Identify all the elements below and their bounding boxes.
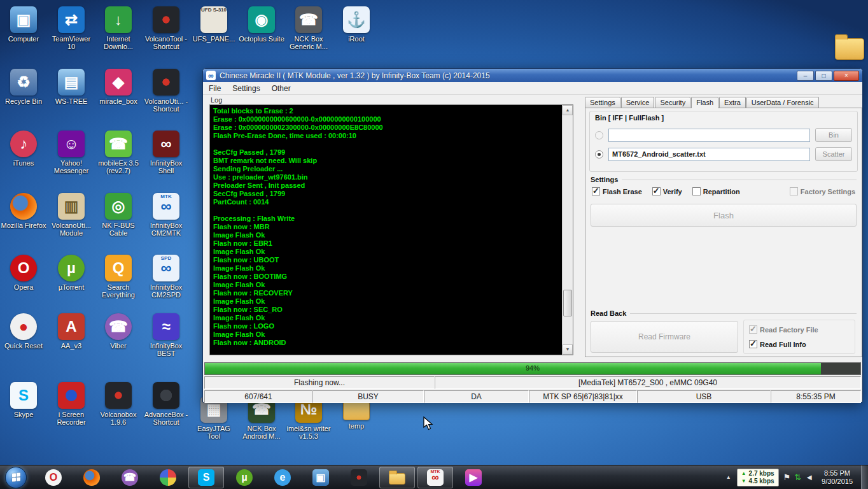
- checkbox-repartition[interactable]: Repartition: [692, 187, 740, 195]
- flash-button[interactable]: Flash: [591, 204, 857, 227]
- network-activity-icon[interactable]: ⇅: [794, 473, 801, 481]
- menu-other[interactable]: Other: [266, 83, 297, 94]
- desktop-icon-infinitybox-cm2mtk[interactable]: ∞MTKInfinityBox CM2MTK: [143, 193, 189, 237]
- menu-settings[interactable]: Settings: [227, 83, 265, 94]
- desktop-icon-infinitybox-best[interactable]: ≈InfinityBox BEST: [143, 313, 189, 357]
- tab-service[interactable]: Service: [621, 97, 655, 108]
- quick-reset-icon: ●: [10, 313, 37, 340]
- menu-file[interactable]: File: [203, 83, 227, 94]
- taskbar-internet-explorer[interactable]: e: [265, 467, 300, 488]
- tab-flash[interactable]: Flash: [691, 97, 718, 108]
- bin-radio-1[interactable]: [595, 150, 603, 159]
- log-line: SecCfg Passed , 1799: [213, 190, 559, 198]
- tray-expand-chevron-icon[interactable]: ▲: [725, 474, 732, 480]
- taskbar-opera[interactable]: O: [36, 467, 71, 488]
- network-speed-widget[interactable]: ▲ 2.7 kbps ▼ 4.5 kbps: [737, 469, 779, 486]
- desktop-icon-nk-fbus-cable[interactable]: ◎NK F-BUS Cable: [95, 193, 141, 237]
- desktop-icon-opera[interactable]: OOpera: [1, 255, 46, 291]
- skype-icon: S: [10, 382, 37, 409]
- desktop-icon-itunes[interactable]: ♪iTunes: [1, 131, 46, 167]
- taskbar-utorrent[interactable]: µ: [227, 467, 262, 488]
- desktop-folder-shortcut[interactable]: [835, 33, 864, 60]
- status-bar-upper: Flashing now...[MediaTek] MT6572_S00 , e…: [204, 376, 861, 389]
- bin-input-0[interactable]: [608, 129, 810, 142]
- desktop-icon-iroot[interactable]: ⚓iRoot: [333, 6, 379, 43]
- show-desktop-button[interactable]: [861, 465, 868, 489]
- desktop-icon-ws-tree[interactable]: ▤WS-TREE: [48, 69, 94, 105]
- close-button[interactable]: ×: [834, 71, 859, 81]
- taskbar-volcano-tool[interactable]: [341, 467, 377, 488]
- desktop-icon-i-screen-recorder[interactable]: i Screen Recorder: [48, 382, 94, 426]
- read-firmware-button[interactable]: Read Firmware: [591, 321, 738, 353]
- bin-button[interactable]: Bin: [815, 128, 852, 142]
- bin-radio-0[interactable]: [595, 131, 603, 139]
- desktop-icon-infinitybox-shell[interactable]: ∞InfinityBox Shell: [143, 131, 189, 174]
- log-line: Flash Pre-Erase Done, time used : 00:00:…: [213, 132, 559, 140]
- checkbox-read-full-info[interactable]: Read Full Info: [749, 340, 850, 348]
- log-output[interactable]: Total blocks to Erase : 2Erase : 0x00000…: [210, 105, 562, 355]
- log-line: Erase : 0x0000000000600000-0x00000000001…: [213, 115, 559, 124]
- desktop-icon-utorrent[interactable]: µµTorrent: [48, 255, 94, 291]
- taskbar-photo-viewer[interactable]: [150, 467, 186, 488]
- desktop-icon-skype[interactable]: SSkype: [1, 382, 46, 418]
- status-cell-2-0: 607/641: [204, 390, 312, 403]
- scroll-thumb[interactable]: [563, 290, 572, 316]
- tab-extra[interactable]: Extra: [719, 97, 746, 108]
- desktop-icon-ufd-s310-ufs-panel[interactable]: UFD S-310UFS_PANE...: [191, 6, 237, 43]
- start-button[interactable]: [5, 467, 27, 488]
- bin-input-1[interactable]: MT6572_Android_scatter.txt: [608, 148, 810, 161]
- desktop-icon-mobileex[interactable]: ☎mobileEx 3.5 (rev2.7): [95, 131, 141, 174]
- infinitybox-best-icon: ≈: [153, 313, 179, 340]
- desktop-icon-infinitybox-cm2spd[interactable]: ∞SPDInfinityBox CM2SPD: [143, 255, 189, 299]
- desktop-icon-mozilla-firefox[interactable]: Mozilla Firefox: [1, 193, 46, 229]
- volume-icon[interactable]: ◄: [805, 473, 813, 481]
- checkbox-factory-settings[interactable]: Factory Settings: [790, 187, 855, 195]
- checkbox-read-factory-file[interactable]: Read Factory File: [749, 325, 850, 334]
- log-line: [213, 206, 559, 215]
- desktop-icon-aa-v3[interactable]: AAA_v3: [48, 313, 94, 350]
- maximize-button[interactable]: □: [815, 71, 832, 81]
- log-line: Flash now : BOOTIMG: [213, 273, 559, 281]
- desktop-icon-search-everything[interactable]: QSearch Everything: [95, 255, 141, 299]
- flag-icon[interactable]: ⚑: [783, 473, 791, 481]
- taskbar-skype[interactable]: S: [188, 467, 224, 488]
- desktop-icon-quick-reset[interactable]: ●Quick Reset: [1, 313, 46, 350]
- desktop-icon-viber[interactable]: ☎Viber: [95, 313, 141, 350]
- taskbar-computer[interactable]: ▣: [303, 467, 339, 488]
- taskbar-cm2-mtk[interactable]: ∞MTK: [417, 467, 453, 488]
- minimize-button[interactable]: –: [797, 71, 814, 81]
- checkbox-verify[interactable]: Verify: [652, 187, 682, 195]
- desktop-icon-nck-box-generic[interactable]: ☎NCK Box Generic M...: [286, 6, 332, 50]
- status-cell-2-4: USB: [637, 390, 771, 403]
- taskbar-explorer-folder[interactable]: [379, 467, 415, 488]
- tray-icons: ⚑⇅◄: [783, 473, 813, 481]
- scroll-up-icon[interactable]: ▲: [563, 105, 573, 115]
- explorer-folder-icon: [389, 473, 405, 485]
- taskbar-viber[interactable]: ☎: [112, 467, 148, 488]
- desktop-icon-computer[interactable]: ▣Computer: [1, 6, 46, 43]
- title-bar[interactable]: ∞ Chinese Miracle II ( MTK Module , ver …: [203, 69, 862, 82]
- tab-settings[interactable]: Settings: [585, 97, 620, 108]
- desktop-icon-recycle-bin[interactable]: ♻Recycle Bin: [1, 69, 46, 105]
- taskbar-firefox[interactable]: [74, 467, 109, 488]
- advancebox-shortcut-icon: [153, 382, 179, 409]
- desktop-icon-yahoo-messenger[interactable]: ☺Yahoo! Messenger: [48, 131, 94, 174]
- scroll-down-icon[interactable]: ▼: [563, 344, 573, 355]
- desktop-icon-octoplus-suite[interactable]: ◉Octoplus Suite: [239, 6, 284, 43]
- desktop-icon-teamviewer-10[interactable]: ⇄TeamViewer 10: [48, 6, 94, 50]
- desktop-icon-volcanoutil-shortcut[interactable]: VolcanoUti... - Shortcut: [143, 69, 189, 113]
- desktop-icon-internet-download-manager[interactable]: ↓Internet Downlo...: [95, 6, 141, 50]
- log-scrollbar[interactable]: ▲ ▼: [562, 105, 573, 355]
- scatter-button[interactable]: Scatter: [815, 147, 852, 161]
- desktop-icon-volcanobox[interactable]: Volcanobox 1.9.6: [95, 382, 141, 426]
- desktop-icon-miracle-box[interactable]: ◆miracle_box: [95, 69, 141, 105]
- tab-userdata-forensic[interactable]: UserData / Forensic: [746, 97, 819, 108]
- desktop-icon-advancebox-shortcut[interactable]: AdvanceBox - Shortcut: [143, 382, 189, 426]
- tab-security[interactable]: Security: [655, 97, 690, 108]
- checkbox-flash-erase[interactable]: Flash Erase: [592, 187, 642, 195]
- desktop-icon-volcanotool-shortcut[interactable]: VolcanoTool - Shortcut: [143, 6, 189, 50]
- desktop-icon-volcanoutil-module[interactable]: ▥VolcanoUti... Module: [48, 193, 94, 237]
- clock[interactable]: 8:55 PM 9/30/2015: [818, 469, 857, 486]
- taskbar-media-player[interactable]: ▶: [456, 467, 491, 488]
- log-line: Flash now : SEC_RO: [213, 306, 559, 314]
